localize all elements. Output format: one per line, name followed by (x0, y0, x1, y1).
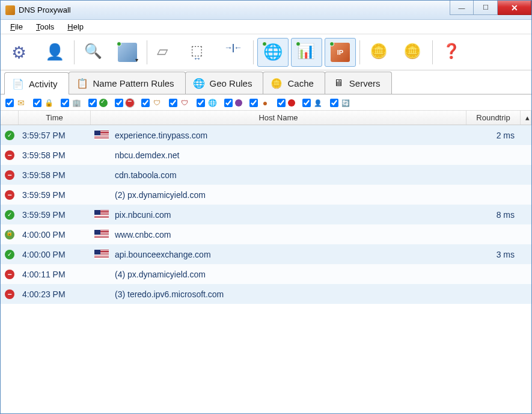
filter-toggle-7[interactable] (197, 98, 217, 108)
tab-name-pattern-rules[interactable]: 📋Name Pattern Rules (69, 72, 186, 94)
filter-checkbox-12[interactable] (330, 99, 338, 107)
tab-geo-rules-icon: 🌐 (193, 77, 205, 89)
filter-toggle-0[interactable] (5, 98, 26, 108)
col-status[interactable] (1, 111, 19, 125)
filter-toggle-8[interactable] (224, 98, 242, 108)
host-name: (4) px.dynamicyield.com (115, 270, 206, 279)
filter-checkbox-7[interactable] (197, 99, 205, 107)
table-row[interactable]: 3:59:58 PMnbcu.demdex.net (1, 145, 531, 165)
filter-icon-5 (152, 98, 162, 108)
filter-icon-10 (288, 99, 295, 107)
filter-checkbox-6[interactable] (169, 99, 177, 107)
filter-checkbox-0[interactable] (5, 99, 14, 107)
app-window: DNS Proxywall — ☐ ✕ File Tools Help IP 📄… (0, 0, 532, 414)
filter-checkbox-5[interactable] (141, 99, 150, 107)
cell-status (1, 150, 19, 160)
help-button[interactable] (436, 38, 468, 67)
cell-host: (4) px.dynamicyield.com (91, 270, 466, 279)
filter-toggle-3[interactable] (88, 98, 108, 108)
filter-toggle-12[interactable] (330, 98, 350, 108)
cell-time: 3:59:57 PM (19, 131, 91, 140)
table-row[interactable]: 3:59:59 PMpix.nbcuni.com8 ms (1, 205, 531, 224)
search-button[interactable] (78, 38, 109, 67)
tab-activity[interactable]: 📄Activity (4, 72, 69, 94)
cell-time: 4:00:00 PM (19, 230, 91, 239)
tab-servers-icon: 🖥 (332, 77, 344, 89)
collapse-button[interactable] (218, 38, 249, 67)
col-host[interactable]: Host Name (91, 111, 466, 125)
table-row[interactable]: 4:00:11 PM (4) px.dynamicyield.com (1, 264, 531, 284)
filter-toggle-2[interactable] (61, 98, 81, 108)
monitor-button[interactable] (112, 38, 143, 67)
cell-status (1, 170, 19, 180)
globe-button[interactable] (257, 38, 289, 67)
scroll-up-button[interactable]: ▴ (521, 111, 531, 125)
maximize-button[interactable]: ☐ (474, 1, 498, 15)
filter-icon-3 (99, 99, 108, 107)
menu-help[interactable]: Help (61, 20, 90, 33)
filter-checkbox-3[interactable] (88, 99, 97, 107)
tab-geo-rules[interactable]: 🌐Geo Rules (185, 72, 264, 94)
user-button[interactable] (39, 38, 70, 67)
filter-checkbox-2[interactable] (61, 99, 69, 107)
filter-toggle-6[interactable] (169, 98, 189, 108)
tab-cache-label: Cache (287, 78, 313, 88)
close-button[interactable]: ✕ (498, 1, 531, 15)
ip-button[interactable]: IP (325, 38, 356, 67)
host-name: nbcu.demdex.net (115, 150, 179, 160)
eraser-button[interactable] (151, 38, 182, 67)
cell-time: 4:00:00 PM (19, 250, 91, 259)
clean-coins-button[interactable] (397, 38, 429, 67)
settings-button[interactable] (5, 38, 37, 67)
cell-time: 3:59:58 PM (19, 150, 91, 160)
menu-tools[interactable]: Tools (30, 20, 60, 33)
app-icon (5, 5, 15, 15)
filter-checkbox-8[interactable] (224, 99, 233, 107)
filter-icon-9 (260, 98, 270, 108)
filter-checkbox-1[interactable] (33, 99, 41, 107)
table-row[interactable]: 3:59:59 PM (2) px.dynamicyield.com (1, 185, 531, 205)
monitor-icon (118, 43, 137, 62)
filter-toggle-1[interactable] (33, 98, 54, 108)
cell-host: nbcu.demdex.net (91, 150, 466, 160)
printer-width-button[interactable] (185, 38, 216, 67)
filter-toggle-10[interactable] (277, 98, 295, 108)
minimize-button[interactable]: — (450, 1, 474, 15)
filter-icon-2 (72, 98, 81, 108)
filter-checkbox-11[interactable] (302, 99, 311, 107)
tab-cache[interactable]: 🪙Cache (263, 72, 325, 94)
filter-icon-11 (313, 98, 323, 108)
filter-checkbox-10[interactable] (277, 99, 286, 107)
filter-checkbox-4[interactable] (115, 99, 123, 107)
col-roundtrip[interactable]: Roundtrip (466, 111, 521, 125)
activity-table: Time Host Name Roundtrip ▴ 3:59:57 PMexp… (1, 111, 531, 413)
filter-toggle-11[interactable] (302, 98, 323, 108)
tab-cache-icon: 🪙 (271, 77, 283, 89)
stats-button[interactable] (291, 38, 322, 67)
cell-roundtrip: 8 ms (466, 210, 521, 220)
cache-coins-button[interactable] (364, 38, 395, 67)
col-time[interactable]: Time (19, 111, 91, 125)
tab-servers[interactable]: 🖥Servers (325, 72, 392, 94)
table-row[interactable]: 3:59:57 PMexperience.tinypass.com2 ms (1, 125, 531, 145)
cell-roundtrip: 2 ms (466, 131, 521, 140)
status-allow-icon (5, 210, 14, 220)
table-row[interactable]: 4:00:23 PM (3) teredo.ipv6.microsoft.com (1, 284, 531, 304)
filter-row (1, 94, 531, 111)
filter-toggle-4[interactable] (115, 98, 134, 108)
tab-activity-icon: 📄 (12, 78, 24, 90)
help-icon (442, 43, 462, 62)
filter-checkbox-9[interactable] (249, 99, 258, 107)
table-row[interactable]: 3:59:58 PMcdn.taboola.com (1, 165, 531, 185)
menu-file[interactable]: File (4, 20, 29, 33)
filter-icon-6 (180, 98, 189, 108)
filter-toggle-9[interactable] (249, 98, 270, 108)
window-title: DNS Proxywall (19, 5, 450, 14)
filter-toggle-5[interactable] (141, 98, 162, 108)
ip-icon: IP (331, 43, 350, 62)
settings-icon (11, 43, 31, 62)
table-row[interactable]: 4:00:00 PMapi.bounceexchange.com3 ms (1, 244, 531, 264)
tab-strip: 📄Activity📋Name Pattern Rules🌐Geo Rules🪙C… (1, 70, 531, 94)
eraser-icon (157, 43, 176, 62)
table-row[interactable]: 4:00:00 PMwww.cnbc.com (1, 224, 531, 244)
